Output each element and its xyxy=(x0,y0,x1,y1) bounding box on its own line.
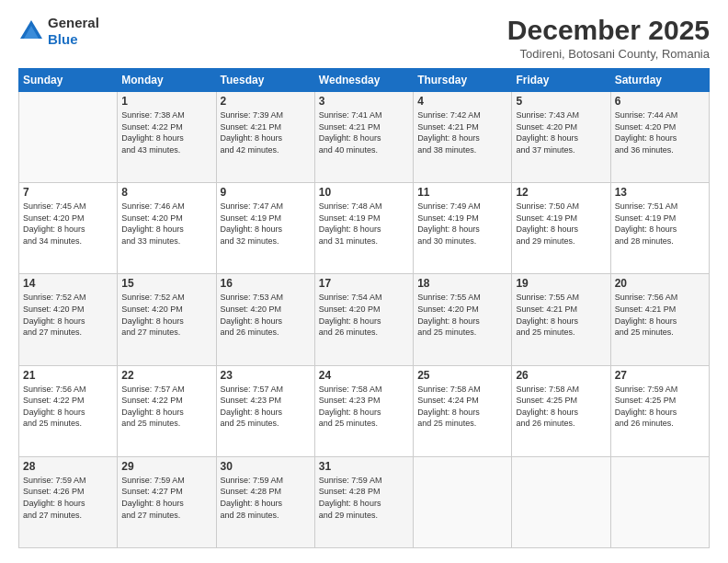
col-monday: Monday xyxy=(118,69,216,92)
day-number: 11 xyxy=(417,186,507,199)
col-wednesday: Wednesday xyxy=(314,69,413,92)
day-info: Sunrise: 7:58 AM Sunset: 4:24 PM Dayligh… xyxy=(417,384,507,430)
day-number: 31 xyxy=(319,460,409,473)
table-row: 2Sunrise: 7:39 AM Sunset: 4:21 PM Daylig… xyxy=(216,92,314,183)
day-number: 10 xyxy=(319,186,409,199)
table-row: 24Sunrise: 7:58 AM Sunset: 4:23 PM Dayli… xyxy=(314,365,413,456)
table-row: 29Sunrise: 7:59 AM Sunset: 4:27 PM Dayli… xyxy=(118,456,216,547)
table-row: 12Sunrise: 7:50 AM Sunset: 4:19 PM Dayli… xyxy=(512,183,610,274)
day-number: 1 xyxy=(121,95,211,108)
day-info: Sunrise: 7:54 AM Sunset: 4:20 PM Dayligh… xyxy=(319,292,409,338)
table-row: 30Sunrise: 7:59 AM Sunset: 4:28 PM Dayli… xyxy=(216,456,314,547)
col-sunday: Sunday xyxy=(19,69,118,92)
calendar-week-row: 21Sunrise: 7:56 AM Sunset: 4:22 PM Dayli… xyxy=(19,365,710,456)
col-friday: Friday xyxy=(512,69,610,92)
day-info: Sunrise: 7:57 AM Sunset: 4:22 PM Dayligh… xyxy=(121,384,211,430)
day-number: 20 xyxy=(615,277,705,290)
calendar-week-row: 14Sunrise: 7:52 AM Sunset: 4:20 PM Dayli… xyxy=(19,274,710,365)
calendar-header-row: Sunday Monday Tuesday Wednesday Thursday… xyxy=(19,69,710,92)
day-info: Sunrise: 7:43 AM Sunset: 4:20 PM Dayligh… xyxy=(516,109,606,155)
calendar-week-row: 28Sunrise: 7:59 AM Sunset: 4:26 PM Dayli… xyxy=(19,456,710,547)
day-info: Sunrise: 7:55 AM Sunset: 4:20 PM Dayligh… xyxy=(417,292,507,338)
day-number: 6 xyxy=(615,95,705,108)
logo-icon xyxy=(18,18,44,44)
day-number: 23 xyxy=(221,369,311,382)
day-info: Sunrise: 7:59 AM Sunset: 4:25 PM Dayligh… xyxy=(615,384,705,430)
day-number: 2 xyxy=(221,95,311,108)
table-row: 28Sunrise: 7:59 AM Sunset: 4:26 PM Dayli… xyxy=(19,456,118,547)
table-row: 31Sunrise: 7:59 AM Sunset: 4:28 PM Dayli… xyxy=(314,456,413,547)
logo: General Blue xyxy=(18,15,99,48)
table-row: 8Sunrise: 7:46 AM Sunset: 4:20 PM Daylig… xyxy=(118,183,216,274)
day-number: 4 xyxy=(417,95,507,108)
day-number: 13 xyxy=(615,186,705,199)
day-info: Sunrise: 7:42 AM Sunset: 4:21 PM Dayligh… xyxy=(417,109,507,155)
table-row: 3Sunrise: 7:41 AM Sunset: 4:21 PM Daylig… xyxy=(314,92,413,183)
title-block: December 2025 Todireni, Botosani County,… xyxy=(507,15,710,61)
table-row xyxy=(19,92,118,183)
day-info: Sunrise: 7:52 AM Sunset: 4:20 PM Dayligh… xyxy=(23,292,113,338)
day-info: Sunrise: 7:41 AM Sunset: 4:21 PM Dayligh… xyxy=(319,109,409,155)
table-row: 4Sunrise: 7:42 AM Sunset: 4:21 PM Daylig… xyxy=(414,92,512,183)
day-number: 17 xyxy=(319,277,409,290)
location: Todireni, Botosani County, Romania xyxy=(507,47,710,61)
table-row: 11Sunrise: 7:49 AM Sunset: 4:19 PM Dayli… xyxy=(414,183,512,274)
day-info: Sunrise: 7:45 AM Sunset: 4:20 PM Dayligh… xyxy=(23,201,113,247)
day-info: Sunrise: 7:49 AM Sunset: 4:19 PM Dayligh… xyxy=(417,201,507,247)
day-number: 21 xyxy=(23,369,113,382)
table-row: 13Sunrise: 7:51 AM Sunset: 4:19 PM Dayli… xyxy=(610,183,709,274)
col-saturday: Saturday xyxy=(610,69,709,92)
day-info: Sunrise: 7:53 AM Sunset: 4:20 PM Dayligh… xyxy=(221,292,311,338)
table-row: 17Sunrise: 7:54 AM Sunset: 4:20 PM Dayli… xyxy=(314,274,413,365)
day-info: Sunrise: 7:47 AM Sunset: 4:19 PM Dayligh… xyxy=(221,201,311,247)
day-info: Sunrise: 7:56 AM Sunset: 4:21 PM Dayligh… xyxy=(615,292,705,338)
table-row: 25Sunrise: 7:58 AM Sunset: 4:24 PM Dayli… xyxy=(414,365,512,456)
day-info: Sunrise: 7:59 AM Sunset: 4:28 PM Dayligh… xyxy=(319,475,409,521)
col-thursday: Thursday xyxy=(414,69,512,92)
day-number: 12 xyxy=(516,186,606,199)
col-tuesday: Tuesday xyxy=(216,69,314,92)
day-info: Sunrise: 7:39 AM Sunset: 4:21 PM Dayligh… xyxy=(221,109,311,155)
table-row: 20Sunrise: 7:56 AM Sunset: 4:21 PM Dayli… xyxy=(610,274,709,365)
day-info: Sunrise: 7:58 AM Sunset: 4:25 PM Dayligh… xyxy=(516,384,606,430)
day-info: Sunrise: 7:55 AM Sunset: 4:21 PM Dayligh… xyxy=(516,292,606,338)
table-row: 23Sunrise: 7:57 AM Sunset: 4:23 PM Dayli… xyxy=(216,365,314,456)
day-info: Sunrise: 7:59 AM Sunset: 4:27 PM Dayligh… xyxy=(121,475,211,521)
table-row: 22Sunrise: 7:57 AM Sunset: 4:22 PM Dayli… xyxy=(118,365,216,456)
day-number: 5 xyxy=(516,95,606,108)
day-info: Sunrise: 7:50 AM Sunset: 4:19 PM Dayligh… xyxy=(516,201,606,247)
logo-text: General Blue xyxy=(48,15,99,48)
table-row: 14Sunrise: 7:52 AM Sunset: 4:20 PM Dayli… xyxy=(19,274,118,365)
calendar-week-row: 7Sunrise: 7:45 AM Sunset: 4:20 PM Daylig… xyxy=(19,183,710,274)
day-number: 24 xyxy=(319,369,409,382)
day-number: 7 xyxy=(23,186,113,199)
table-row: 7Sunrise: 7:45 AM Sunset: 4:20 PM Daylig… xyxy=(19,183,118,274)
table-row: 6Sunrise: 7:44 AM Sunset: 4:20 PM Daylig… xyxy=(610,92,709,183)
table-row xyxy=(512,456,610,547)
day-number: 19 xyxy=(516,277,606,290)
day-number: 28 xyxy=(23,460,113,473)
day-info: Sunrise: 7:38 AM Sunset: 4:22 PM Dayligh… xyxy=(121,109,211,155)
day-info: Sunrise: 7:46 AM Sunset: 4:20 PM Dayligh… xyxy=(121,201,211,247)
table-row: 10Sunrise: 7:48 AM Sunset: 4:19 PM Dayli… xyxy=(314,183,413,274)
day-info: Sunrise: 7:59 AM Sunset: 4:28 PM Dayligh… xyxy=(221,475,311,521)
table-row: 26Sunrise: 7:58 AM Sunset: 4:25 PM Dayli… xyxy=(512,365,610,456)
day-number: 14 xyxy=(23,277,113,290)
day-number: 25 xyxy=(417,369,507,382)
day-number: 18 xyxy=(417,277,507,290)
day-number: 16 xyxy=(221,277,311,290)
logo-blue: Blue xyxy=(48,31,78,47)
day-number: 29 xyxy=(121,460,211,473)
table-row: 18Sunrise: 7:55 AM Sunset: 4:20 PM Dayli… xyxy=(414,274,512,365)
day-number: 27 xyxy=(615,369,705,382)
day-number: 15 xyxy=(121,277,211,290)
table-row: 1Sunrise: 7:38 AM Sunset: 4:22 PM Daylig… xyxy=(118,92,216,183)
day-number: 3 xyxy=(319,95,409,108)
day-number: 9 xyxy=(221,186,311,199)
day-info: Sunrise: 7:58 AM Sunset: 4:23 PM Dayligh… xyxy=(319,384,409,430)
page: General Blue December 2025 Todireni, Bot… xyxy=(0,0,728,563)
day-info: Sunrise: 7:51 AM Sunset: 4:19 PM Dayligh… xyxy=(615,201,705,247)
table-row: 21Sunrise: 7:56 AM Sunset: 4:22 PM Dayli… xyxy=(19,365,118,456)
month-title: December 2025 xyxy=(507,15,710,45)
day-info: Sunrise: 7:59 AM Sunset: 4:26 PM Dayligh… xyxy=(23,475,113,521)
